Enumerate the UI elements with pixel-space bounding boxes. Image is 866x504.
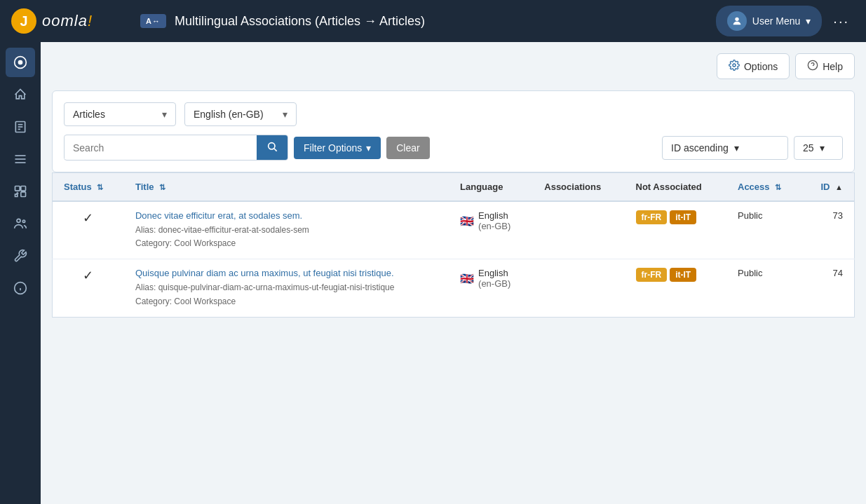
language-filter[interactable]: English (en-GB) ▾ <box>184 102 297 126</box>
col-language: Language <box>449 173 533 202</box>
table-row: ✓ Quisque pulvinar diam ac urna maximus,… <box>53 259 855 317</box>
published-check-icon: ✓ <box>83 268 93 282</box>
not-associated-badge[interactable]: it-IT <box>670 268 696 282</box>
page-title: Multilingual Associations (Articles → Ar… <box>175 14 425 29</box>
not-associated-cell: fr-FRit-IT <box>625 201 727 259</box>
content-area: Options Help Articles ▾ English (en-GB) … <box>41 42 866 504</box>
title-cell: Donec vitae efficitur erat, at sodales s… <box>124 201 449 259</box>
col-id[interactable]: ID ▲ <box>803 173 855 202</box>
sidebar-item-menus[interactable] <box>6 144 35 174</box>
sort-chevron-icon: ▾ <box>734 142 739 154</box>
per-page-select[interactable]: 25 ▾ <box>794 136 843 160</box>
id-col-label: ID <box>820 182 830 192</box>
sidebar-item-tools[interactable] <box>6 241 35 271</box>
col-not-associated: Not Associated <box>625 173 727 202</box>
sidebar-item-dashboard[interactable] <box>6 48 35 77</box>
filter-bar: Articles ▾ English (en-GB) ▾ Filter Opti… <box>52 90 855 172</box>
svg-point-13 <box>17 219 20 222</box>
joomla-logo: J oomla! <box>11 8 123 34</box>
sort-select[interactable]: ID ascending ▾ <box>662 136 788 160</box>
gear-icon <box>729 60 740 73</box>
language-cell: 🇬🇧English(en-GB) <box>449 201 533 259</box>
type-chevron-icon: ▾ <box>162 109 167 120</box>
toolbar: Options Help <box>52 53 855 79</box>
svg-point-21 <box>269 143 275 149</box>
not-associated-badge[interactable]: fr-FR <box>636 210 668 224</box>
svg-rect-12 <box>21 192 26 197</box>
language-col-label: Language <box>460 182 503 192</box>
filter-row-1: Articles ▾ English (en-GB) ▾ <box>64 102 843 126</box>
svg-point-0 <box>735 18 738 21</box>
joomla-wordmark: oomla! <box>42 12 93 30</box>
article-meta: Alias: quisque-pulvinar-diam-ac-urna-max… <box>135 281 438 308</box>
title-col-label: Title <box>135 182 154 192</box>
sidebar-item-content[interactable] <box>6 112 35 142</box>
type-filter[interactable]: Articles ▾ <box>64 102 176 126</box>
table-row: ✓ Donec vitae efficitur erat, at sodales… <box>53 201 855 259</box>
language-filter-value: English (en-GB) <box>194 109 264 120</box>
table-header-row: Status ⇅ Title ⇅ Language Associations N <box>53 173 855 202</box>
col-title[interactable]: Title ⇅ <box>124 173 449 202</box>
id-cell: 73 <box>803 201 855 259</box>
associations-cell <box>533 259 624 317</box>
sidebar-item-users[interactable] <box>6 209 35 238</box>
not-associated-cell: fr-FRit-IT <box>625 259 727 317</box>
user-avatar-icon <box>727 11 747 31</box>
article-title-link[interactable]: Quisque pulvinar diam ac urna maximus, u… <box>135 268 394 278</box>
published-check-icon: ✓ <box>83 211 93 225</box>
sidebar <box>0 42 41 504</box>
search-input[interactable] <box>65 137 257 159</box>
clear-button[interactable]: Clear <box>386 137 429 159</box>
title-cell: Quisque pulvinar diam ac urna maximus, u… <box>124 259 449 317</box>
col-access[interactable]: Access ⇅ <box>726 173 803 202</box>
id-cell: 74 <box>803 259 855 317</box>
not-associated-col-label: Not Associated <box>636 182 702 192</box>
filter-options-chevron-icon: ▾ <box>366 142 371 154</box>
col-associations: Associations <box>533 173 624 202</box>
language-label: English(en-GB) <box>478 268 510 289</box>
svg-line-22 <box>274 149 277 151</box>
svg-rect-11 <box>21 186 26 191</box>
per-page-chevron-icon: ▾ <box>820 142 825 154</box>
sidebar-item-home[interactable] <box>6 80 35 109</box>
options-button[interactable]: Options <box>717 53 790 79</box>
access-cell: Public <box>726 259 803 317</box>
status-cell: ✓ <box>53 201 124 259</box>
svg-point-14 <box>22 220 25 222</box>
article-title-link[interactable]: Donec vitae efficitur erat, at sodales s… <box>135 210 302 221</box>
col-status[interactable]: Status ⇅ <box>53 173 124 202</box>
more-options-button[interactable]: ··· <box>827 11 855 32</box>
type-filter-value: Articles <box>73 109 105 120</box>
page-title-area: A↔ Multilingual Associations (Articles →… <box>140 14 716 29</box>
filter-row-2: Filter Options ▾ Clear ID ascending ▾ 25… <box>64 135 843 161</box>
svg-point-2 <box>18 60 23 65</box>
options-label: Options <box>744 61 778 72</box>
sort-select-value: ID ascending <box>671 142 729 154</box>
filter-options-button[interactable]: Filter Options ▾ <box>294 137 381 159</box>
user-menu-label: User Menu <box>752 15 800 27</box>
not-associated-badge[interactable]: it-IT <box>670 210 696 224</box>
sidebar-item-info[interactable] <box>6 273 35 303</box>
search-button[interactable] <box>257 135 287 160</box>
status-sort-icon: ⇅ <box>97 183 103 191</box>
user-menu-button[interactable]: User Menu ▾ <box>716 6 822 36</box>
svg-point-18 <box>733 64 736 67</box>
top-navigation: J oomla! A↔ Multilingual Associations (A… <box>0 0 866 42</box>
associations-cell <box>533 201 624 259</box>
associations-col-label: Associations <box>544 182 601 192</box>
articles-table: Status ⇅ Title ⇅ Language Associations N <box>52 172 855 318</box>
access-col-label: Access <box>738 182 770 192</box>
chevron-down-icon: ▾ <box>806 15 811 27</box>
filter-options-label: Filter Options <box>304 142 362 154</box>
per-page-value: 25 <box>803 142 814 154</box>
flag-icon: 🇬🇧 <box>460 214 474 228</box>
main-layout: Options Help Articles ▾ English (en-GB) … <box>0 42 866 504</box>
language-cell: 🇬🇧English(en-GB) <box>449 259 533 317</box>
access-sort-icon: ⇅ <box>775 183 781 191</box>
help-label: Help <box>823 61 843 72</box>
language-chevron-icon: ▾ <box>283 109 287 120</box>
help-button[interactable]: Help <box>795 53 855 79</box>
sidebar-item-extensions[interactable] <box>6 177 35 206</box>
not-associated-badge[interactable]: fr-FR <box>636 268 668 282</box>
title-sort-icon: ⇅ <box>159 183 165 191</box>
